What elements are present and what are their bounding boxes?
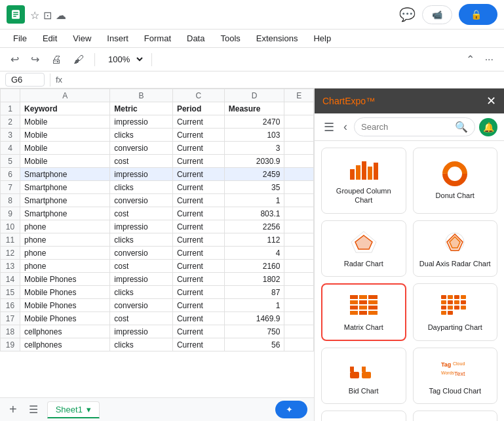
cell-1-d[interactable]: Measure [224, 102, 284, 115]
cell-10-e[interactable] [284, 220, 314, 233]
search-input[interactable] [361, 122, 451, 132]
menu-insert[interactable]: Insert [100, 31, 135, 46]
cell-9-a[interactable]: Smartphone [20, 207, 110, 220]
cell-15-a[interactable]: Mobile Phones [20, 286, 110, 299]
cell-19-b[interactable]: clicks [110, 338, 173, 351]
cell-17-e[interactable] [284, 312, 314, 325]
cell-10-b[interactable]: impressio [110, 220, 173, 233]
cell-9-d[interactable]: 803.1 [224, 207, 284, 220]
cell-5-e[interactable] [284, 155, 314, 168]
cell-8-d[interactable]: 1 [224, 194, 284, 207]
cell-12-e[interactable] [284, 247, 314, 260]
cell-14-d[interactable]: 1802 [224, 273, 284, 286]
comment-icon[interactable]: 💬 [399, 7, 416, 22]
cell-11-a[interactable]: phone [20, 233, 110, 247]
sheet-tab-sheet1[interactable]: Sheet1 ▾ [47, 401, 100, 418]
chart-item-chart9[interactable]: Chart [321, 411, 406, 421]
cell-10-a[interactable]: phone [20, 220, 110, 233]
star-icon[interactable]: ☆ [30, 9, 39, 22]
cell-5-b[interactable]: cost [110, 155, 173, 168]
menu-data[interactable]: Data [180, 31, 211, 46]
cell-11-b[interactable]: clicks [110, 233, 173, 247]
cell-7-d[interactable]: 35 [224, 181, 284, 194]
cell-18-b[interactable]: impressio [110, 325, 173, 338]
cell-13-a[interactable]: phone [20, 260, 110, 273]
sheet-grid[interactable]: A B C D E 1KeywordMetricPeriodMeasure2Mo… [0, 89, 314, 397]
cell-6-c[interactable]: Current [172, 168, 224, 181]
menu-extensions[interactable]: Extensions [250, 31, 305, 46]
col-header-e[interactable]: E [284, 89, 314, 102]
cell-8-e[interactable] [284, 194, 314, 207]
cell-7-a[interactable]: Smartphone [20, 181, 110, 194]
cell-14-a[interactable]: Mobile Phones [20, 273, 110, 286]
cell-ref-input[interactable] [5, 73, 45, 87]
chart-item-donut[interactable]: Donut Chart [413, 148, 498, 214]
cell-6-b[interactable]: impressio [110, 168, 173, 181]
share-button[interactable]: 🔒 [459, 4, 497, 25]
cell-16-c[interactable]: Current [172, 299, 224, 312]
cell-11-e[interactable] [284, 233, 314, 247]
cell-3-c[interactable]: Current [172, 129, 224, 142]
cell-18-c[interactable]: Current [172, 325, 224, 338]
cell-3-a[interactable]: Mobile [20, 129, 110, 142]
cell-4-b[interactable]: conversio [110, 142, 173, 155]
meet-button[interactable]: 📹 [422, 5, 452, 24]
cell-12-d[interactable]: 4 [224, 247, 284, 260]
col-header-a[interactable]: A [20, 89, 110, 102]
explore-button[interactable]: ✦ [275, 401, 307, 418]
cell-14-c[interactable]: Current [172, 273, 224, 286]
cell-19-e[interactable] [284, 338, 314, 351]
cell-13-b[interactable]: cost [110, 260, 173, 273]
cell-2-d[interactable]: 2470 [224, 115, 284, 129]
cell-14-e[interactable] [284, 273, 314, 286]
cell-2-b[interactable]: impressio [110, 115, 173, 129]
cell-2-a[interactable]: Mobile [20, 115, 110, 129]
menu-view[interactable]: View [66, 31, 98, 46]
redo-button[interactable]: ↪ [27, 50, 43, 68]
chart-item-dual-axis-radar[interactable]: Dual Axis Radar Chart [413, 220, 498, 277]
col-header-b[interactable]: B [110, 89, 173, 102]
cell-2-e[interactable] [284, 115, 314, 129]
col-header-c[interactable]: C [172, 89, 224, 102]
cell-4-a[interactable]: Mobile [20, 142, 110, 155]
paint-format-button[interactable]: 🖌 [69, 51, 88, 68]
cell-12-b[interactable]: conversio [110, 247, 173, 260]
cell-7-e[interactable] [284, 181, 314, 194]
add-sheet-button[interactable]: + [7, 399, 20, 420]
cell-4-e[interactable] [284, 142, 314, 155]
undo-button[interactable]: ↩ [7, 50, 23, 68]
cell-17-c[interactable]: Current [172, 312, 224, 325]
chart-item-chart10[interactable]: Char [413, 411, 498, 421]
chart-item-radar[interactable]: Radar Chart [321, 220, 406, 277]
cell-11-c[interactable]: Current [172, 233, 224, 247]
cell-18-a[interactable]: cellphones [20, 325, 110, 338]
cell-3-e[interactable] [284, 129, 314, 142]
cell-9-c[interactable]: Current [172, 207, 224, 220]
menu-file[interactable]: File [7, 31, 33, 46]
cell-6-d[interactable]: 2459 [224, 168, 284, 181]
collapse-button[interactable]: ⌃ [462, 50, 478, 68]
cell-1-b[interactable]: Metric [110, 102, 173, 115]
panel-back-button[interactable]: ‹ [341, 119, 350, 135]
cell-5-c[interactable]: Current [172, 155, 224, 168]
cell-13-e[interactable] [284, 260, 314, 273]
menu-edit[interactable]: Edit [36, 31, 64, 46]
notification-button[interactable]: 🔔 [479, 118, 497, 136]
zoom-selector[interactable]: 100% [102, 51, 145, 68]
cell-19-c[interactable]: Current [172, 338, 224, 351]
cell-15-d[interactable]: 87 [224, 286, 284, 299]
cell-5-d[interactable]: 2030.9 [224, 155, 284, 168]
cell-16-b[interactable]: conversio [110, 299, 173, 312]
cell-5-a[interactable]: Mobile [20, 155, 110, 168]
cell-1-a[interactable]: Keyword [20, 102, 110, 115]
cell-11-d[interactable]: 112 [224, 233, 284, 247]
cell-1-e[interactable] [284, 102, 314, 115]
cell-7-b[interactable]: clicks [110, 181, 173, 194]
col-header-d[interactable]: D [224, 89, 284, 102]
cell-15-e[interactable] [284, 286, 314, 299]
cell-16-e[interactable] [284, 299, 314, 312]
cell-13-d[interactable]: 2160 [224, 260, 284, 273]
sheet-list-button[interactable]: ☰ [25, 401, 42, 418]
cell-17-a[interactable]: Mobile Phones [20, 312, 110, 325]
cell-12-a[interactable]: phone [20, 247, 110, 260]
